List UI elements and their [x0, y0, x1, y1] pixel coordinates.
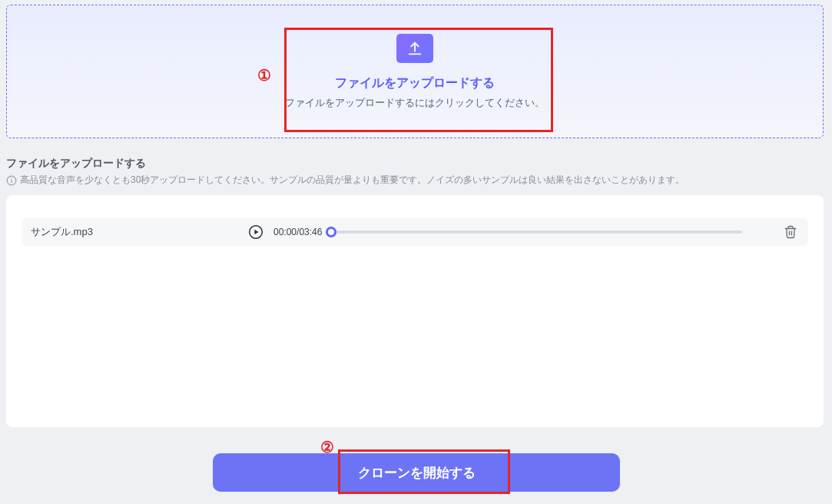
hint-row: 高品質な音声を少なくとも30秒アップロードしてください。サンプルの品質が量よりも…	[6, 174, 684, 187]
slider-track	[331, 230, 742, 234]
info-icon	[6, 175, 17, 186]
annotation-number-1: ①	[257, 66, 271, 85]
files-panel: サンプル.mp3 00:00/03:46	[6, 195, 824, 427]
svg-point-2	[11, 177, 12, 178]
delete-button[interactable]	[782, 224, 799, 240]
slider-thumb[interactable]	[326, 227, 336, 237]
section-title: ファイルをアップロードする	[6, 157, 146, 171]
upload-dropzone[interactable]: ファイルをアップロードする ファイルをアップロードするにはクリックしてください。	[6, 5, 824, 138]
upload-subtitle: ファイルをアップロードするにはクリックしてください。	[285, 96, 545, 110]
upload-icon	[396, 34, 433, 63]
play-button[interactable]	[247, 224, 264, 240]
playback-slider[interactable]	[331, 224, 742, 240]
upload-title: ファイルをアップロードする	[335, 75, 495, 91]
start-clone-button[interactable]: クローンを開始する	[213, 453, 620, 492]
file-row: サンプル.mp3 00:00/03:46	[22, 218, 808, 246]
hint-text: 高品質な音声を少なくとも30秒アップロードしてください。サンプルの品質が量よりも…	[20, 174, 684, 187]
file-name: サンプル.mp3	[31, 225, 238, 239]
playback-time: 00:00/03:46	[273, 227, 322, 237]
